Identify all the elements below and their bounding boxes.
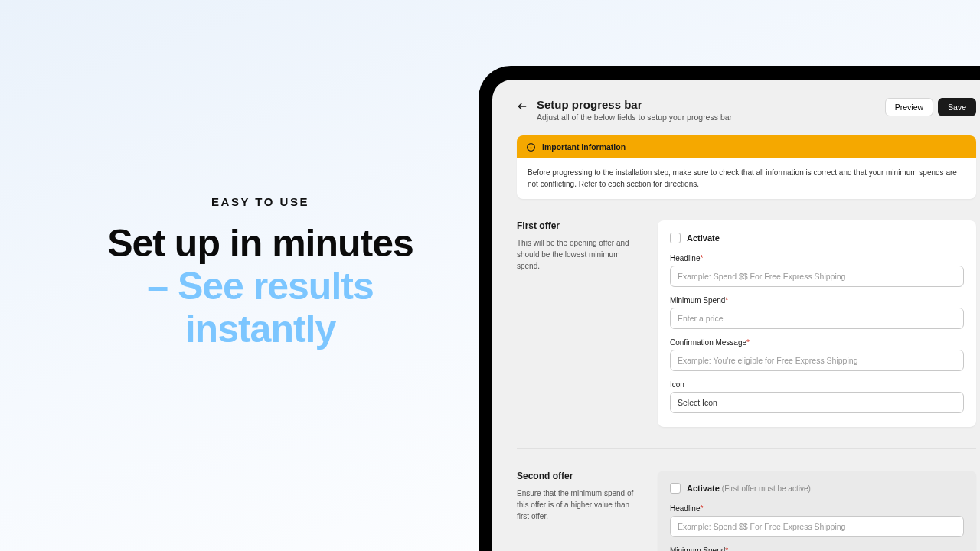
first-offer-title: First offer	[517, 220, 639, 231]
first-offer-section: First offer This will be the opening off…	[517, 220, 976, 427]
title-block: Setup progress bar Adjust all of the bel…	[537, 98, 876, 122]
second-offer-headline-label: Headline*	[670, 504, 964, 513]
banner-title: Important information	[542, 142, 626, 152]
device-frame: Setup progress bar Adjust all of the bel…	[479, 66, 980, 551]
first-offer-minspend-label: Minimum Spend*	[670, 296, 964, 305]
first-offer-aside: First offer This will be the opening off…	[517, 220, 639, 427]
first-offer-icon-field: Icon Select Icon	[670, 380, 964, 413]
second-offer-activate-checkbox[interactable]	[670, 483, 681, 494]
second-offer-activate-label: Activate (First offer must be active)	[687, 484, 811, 493]
first-offer-minspend-field: Minimum Spend*	[670, 296, 964, 329]
page-title: Setup progress bar	[537, 98, 876, 111]
first-offer-desc: This will be the opening offer and shoul…	[517, 237, 639, 272]
marketing-copy: EASY TO USE Set up in minutes – See resu…	[100, 195, 421, 350]
section-divider	[517, 448, 976, 449]
page-subtitle: Adjust all of the below fields to setup …	[537, 112, 876, 122]
first-offer-headline-field: Headline*	[670, 254, 964, 287]
save-button[interactable]: Save	[938, 98, 976, 116]
first-offer-headline-label: Headline*	[670, 254, 964, 262]
first-offer-headline-input[interactable]	[670, 266, 964, 287]
second-offer-card: Activate (First offer must be active) He…	[658, 471, 976, 551]
second-offer-activate-row: Activate (First offer must be active)	[670, 483, 964, 494]
headline-line2: – See results instantly	[147, 265, 374, 350]
first-offer-activate-label: Activate	[687, 233, 720, 243]
second-offer-minspend-label: Minimum Spend*	[670, 546, 964, 551]
second-offer-aside: Second offer Ensure that the minimum spe…	[517, 471, 639, 551]
header-actions: Preview Save	[885, 98, 976, 116]
back-button[interactable]	[517, 101, 528, 112]
arrow-left-icon	[517, 101, 528, 112]
app-screen: Setup progress bar Adjust all of the bel…	[492, 80, 980, 551]
first-offer-card: Activate Headline* Minimum Spend* Confir…	[658, 220, 976, 427]
first-offer-minspend-input[interactable]	[670, 308, 964, 329]
first-offer-confirm-label: Confirmation Message*	[670, 338, 964, 347]
second-offer-title: Second offer	[517, 471, 639, 481]
eyebrow-text: EASY TO USE	[100, 195, 421, 208]
preview-button[interactable]: Preview	[885, 98, 933, 116]
first-offer-confirm-field: Confirmation Message*	[670, 338, 964, 371]
info-banner: Important information Before progressing…	[517, 135, 976, 199]
second-offer-section: Second offer Ensure that the minimum spe…	[517, 471, 976, 551]
headline-line1: Set up in minutes	[107, 222, 413, 265]
second-offer-headline-field: Headline*	[670, 504, 964, 537]
info-icon	[526, 142, 536, 152]
second-offer-activate-hint: (First offer must be active)	[722, 484, 811, 493]
first-offer-activate-checkbox[interactable]	[670, 233, 681, 243]
banner-body: Before progressing to the installation s…	[517, 158, 976, 199]
second-offer-minspend-field: Minimum Spend*	[670, 546, 964, 551]
banner-header: Important information	[517, 135, 976, 158]
first-offer-activate-row: Activate	[670, 233, 964, 243]
headline-text: Set up in minutes – See results instantl…	[100, 222, 421, 350]
page-header: Setup progress bar Adjust all of the bel…	[517, 98, 976, 122]
second-offer-desc: Ensure that the minimum spend of this of…	[517, 487, 639, 522]
second-offer-headline-input[interactable]	[670, 516, 964, 537]
first-offer-icon-label: Icon	[670, 380, 964, 389]
first-offer-confirm-input[interactable]	[670, 350, 964, 371]
first-offer-icon-select[interactable]: Select Icon	[670, 392, 964, 413]
